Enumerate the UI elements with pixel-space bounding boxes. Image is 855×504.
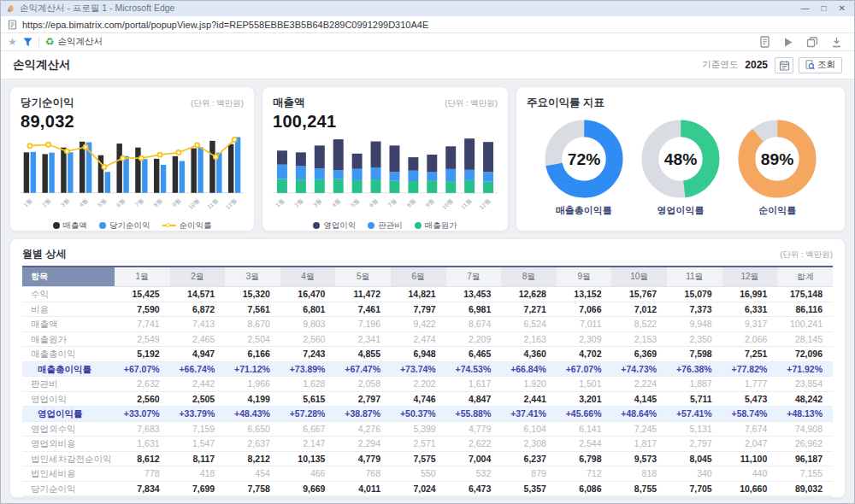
sales-chart: 1월2월3월4월5월6월7월8월9월10월11월12월	[273, 132, 498, 219]
cell-value: 2,637	[225, 437, 280, 452]
cell-value: 6,524	[501, 317, 557, 332]
row-label: 매출액	[22, 317, 115, 332]
cell-value: 6,166	[225, 347, 280, 362]
base-year-value[interactable]: 2025	[745, 59, 768, 71]
cell-value: 466	[280, 466, 336, 482]
cell-value: 7,373	[667, 302, 722, 317]
month-column-header: 3월	[225, 267, 280, 287]
cell-value: 11,100	[722, 451, 778, 466]
cell-value: 768	[335, 466, 391, 482]
cell-value: +58.74%	[722, 407, 778, 422]
cell-value: 4,779	[335, 451, 391, 466]
cell-value: 6,086	[557, 481, 612, 496]
report-icon[interactable]	[759, 36, 770, 48]
cell-value: 3,201	[557, 391, 612, 407]
row-label: 순이익률	[22, 496, 115, 499]
svg-text:89%: 89%	[761, 150, 794, 168]
cell-value: 2,294	[335, 437, 391, 452]
cell-value: 1,817	[611, 437, 667, 452]
svg-text:1월: 1월	[22, 197, 33, 208]
row-label: 영업이익	[22, 391, 115, 407]
cell-value: 100,241	[777, 317, 833, 332]
cell-value: 86,116	[777, 302, 833, 317]
page-header: 손익계산서 기준연도 2025 조회	[1, 51, 854, 79]
table-row: 판관비2,6322,4421,9661,6282,0582,2021,6171,…	[22, 377, 833, 392]
cell-value: 7,461	[335, 302, 391, 317]
cell-value: 2,058	[335, 377, 391, 392]
month-column-header: 4월	[280, 267, 336, 287]
cell-value: 14,571	[170, 287, 226, 302]
cell-value: 818	[611, 466, 667, 482]
cell-value: 2,544	[557, 437, 612, 452]
search-button[interactable]: 조회	[799, 57, 842, 73]
minimize-button[interactable]: —	[801, 1, 810, 16]
month-column-header: 2월	[170, 267, 226, 287]
filter-icon[interactable]	[23, 38, 32, 47]
row-label: 비용	[22, 302, 115, 317]
cell-value: 89,032	[777, 481, 833, 496]
maximize-button[interactable]: □	[822, 1, 827, 16]
cell-value: 13,453	[446, 287, 502, 302]
cell-value: 23,854	[777, 377, 833, 392]
cell-value: 4,276	[335, 421, 391, 437]
star-icon[interactable]: ★	[8, 37, 17, 47]
svg-text:2월: 2월	[41, 197, 52, 208]
cell-value: 7,024	[391, 481, 446, 496]
download-icon[interactable]	[831, 37, 842, 48]
cell-value: 7,674	[722, 421, 778, 437]
recycle-icon[interactable]: ♻	[45, 37, 55, 47]
play-icon[interactable]	[783, 37, 793, 48]
url-text[interactable]: https://epa.bimatrix.com/portal/popupVie…	[22, 20, 428, 30]
cell-value: 2,797	[335, 391, 391, 407]
divider	[38, 37, 39, 47]
cell-value: 6,369	[611, 347, 667, 362]
svg-text:12월: 12월	[478, 197, 491, 210]
sales-title: 매출액	[273, 96, 305, 110]
table-row: 영업이익2,5602,5054,1995,6152,7974,7464,8472…	[22, 391, 833, 407]
close-button[interactable]: ✕	[839, 1, 846, 16]
cell-value: 13,152	[557, 287, 612, 302]
donut-label: 매출총이익률	[556, 204, 612, 217]
cell-value: 7,011	[557, 317, 612, 332]
svg-text:9월: 9월	[424, 197, 435, 208]
legend-item: 매출액	[53, 220, 88, 231]
table-row: 비용7,5906,8727,5616,8017,4617,7976,9817,2…	[22, 302, 833, 317]
cell-value: 2,047	[722, 437, 778, 452]
month-column-header: 10월	[611, 267, 667, 287]
cell-value: +77.46%	[667, 496, 722, 499]
svg-text:9월: 9월	[171, 197, 182, 208]
cell-value: 7,245	[611, 421, 667, 437]
table-row: 수익15,42514,57115,32016,47011,47214,82113…	[22, 287, 833, 302]
donut-label: 영업이익률	[657, 204, 704, 217]
bookmark-label[interactable]: 손익계산서	[58, 36, 103, 48]
cell-value: 2,153	[611, 331, 667, 347]
address-bar[interactable]: https://epa.bimatrix.com/portal/popupVie…	[1, 16, 854, 33]
svg-text:3월: 3월	[59, 197, 70, 208]
table-unit: (단위 : 백만원)	[780, 249, 833, 261]
svg-text:6월: 6월	[369, 197, 380, 208]
calendar-button[interactable]	[775, 57, 793, 73]
svg-text:72%: 72%	[567, 150, 600, 168]
duplicate-window-icon[interactable]	[806, 37, 818, 48]
cell-value: 550	[391, 466, 446, 482]
cell-value: +102.73%	[611, 496, 667, 499]
cell-value: 2,163	[501, 331, 557, 347]
cell-value: 1,920	[501, 377, 557, 392]
cell-value: 14,821	[391, 287, 446, 302]
row-label: 영업외수익	[22, 421, 115, 437]
cell-value: 440	[722, 466, 778, 482]
cell-value: 7,155	[777, 466, 833, 482]
cell-value: +67.47%	[335, 361, 391, 377]
cell-value: 175,148	[777, 287, 833, 302]
table-body: 수익15,42514,57115,32016,47011,47214,82113…	[22, 287, 833, 499]
page-info-icon[interactable]	[8, 20, 17, 30]
cell-value: 1,887	[667, 377, 722, 392]
cell-value: +38.87%	[335, 407, 391, 422]
cell-value: 4,855	[335, 347, 391, 362]
svg-text:4월: 4월	[78, 197, 89, 208]
cell-value: +89.49%	[225, 496, 280, 499]
cell-value: 2,441	[501, 391, 557, 407]
month-column-header: 합계	[777, 267, 833, 287]
cell-value: +48.13%	[777, 407, 833, 422]
donut-gauges: 72%매출총이익률48%영업이익률89%순이익률	[527, 110, 834, 226]
